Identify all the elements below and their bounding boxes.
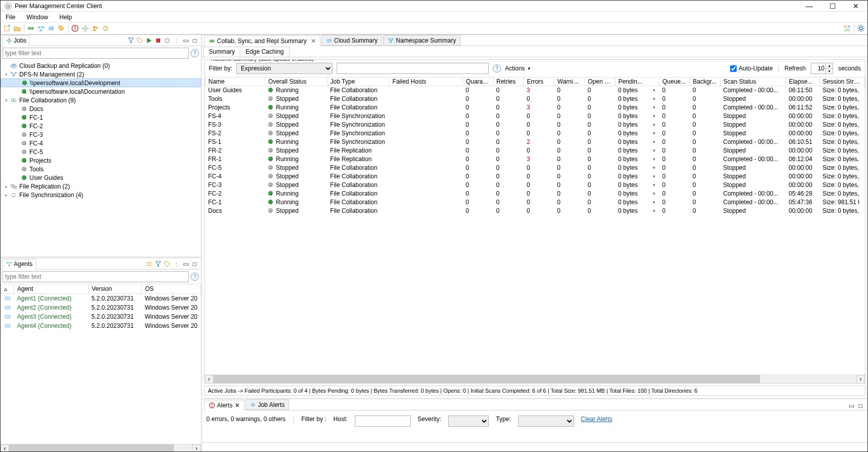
chevron-down-icon[interactable]: ▼: [652, 140, 656, 144]
view-menu-icon[interactable]: ⋮: [172, 36, 180, 45]
maximize-view-icon[interactable]: □: [856, 402, 864, 410]
jobs-tree[interactable]: Cloud Backup and Replication (0)▾DFS-N M…: [1, 60, 201, 256]
refresh-icon[interactable]: [163, 36, 171, 45]
tree-expander-icon[interactable]: ▸: [3, 193, 10, 198]
col-version[interactable]: Version: [88, 284, 141, 294]
grid-column-header[interactable]: Warnin...: [554, 78, 585, 86]
chevron-down-icon[interactable]: ▼: [652, 166, 656, 170]
tree-item[interactable]: FC-4: [1, 139, 201, 147]
stop-icon[interactable]: [154, 36, 162, 45]
jobs-filter-input[interactable]: [3, 48, 189, 59]
filter-icon[interactable]: [127, 36, 135, 45]
tree-item[interactable]: ▾File Collaboration (9): [1, 96, 201, 104]
cloud-icon[interactable]: [47, 24, 56, 33]
sort-indicator[interactable]: ▵: [1, 284, 14, 294]
tree-item[interactable]: FC-5: [1, 147, 201, 156]
tag-icon[interactable]: [136, 36, 144, 45]
tab-collab-summary[interactable]: Collab, Sync, and Repl Summary ✕: [204, 35, 320, 46]
tree-item[interactable]: ▸File Synchronization (4): [1, 191, 201, 199]
filter-expression-input[interactable]: [337, 63, 489, 74]
chevron-down-icon[interactable]: ▼: [652, 88, 656, 93]
spin-up-icon[interactable]: ▲: [825, 63, 833, 68]
tree-item[interactable]: ▸File Replication (2): [1, 182, 201, 191]
collab-icon[interactable]: [26, 24, 35, 33]
minimize-view-icon[interactable]: ▭: [847, 402, 855, 410]
play-icon[interactable]: [145, 36, 153, 45]
window-maximize[interactable]: ☐: [821, 1, 844, 12]
table-row[interactable]: FC-3 StoppedFile Collaboration000000 byt…: [205, 181, 865, 190]
grid-column-header[interactable]: Queue...: [659, 78, 690, 86]
tree-item[interactable]: Projects: [1, 156, 201, 165]
agents-h-scrollbar[interactable]: ‹ ›: [1, 444, 201, 452]
subtab-edge-caching[interactable]: Edge Caching: [240, 47, 289, 57]
tab-job-alerts[interactable]: Job Alerts: [245, 399, 290, 410]
chevron-down-icon[interactable]: ▼: [652, 148, 656, 153]
table-row[interactable]: Agent1 (Connected)5.2.0.20230731Windows …: [1, 294, 201, 304]
table-row[interactable]: FC-5 StoppedFile Collaboration000000 byt…: [205, 164, 865, 172]
chevron-down-icon[interactable]: ▼: [652, 209, 656, 213]
clear-alerts-link[interactable]: Clear Alerts: [581, 416, 612, 423]
help-icon[interactable]: ?: [191, 273, 199, 281]
table-row[interactable]: FR-1 RunningFile Replication003000 bytes…: [205, 155, 865, 164]
tab-alerts[interactable]: Alerts ✕: [204, 400, 244, 410]
menu-window[interactable]: Window: [24, 13, 50, 22]
host-input[interactable]: [355, 416, 411, 427]
jobs-tab[interactable]: Jobs: [3, 35, 30, 46]
tree-item[interactable]: \\peersoftware.local\Documentation: [1, 87, 201, 96]
tab-namespace-summary[interactable]: Namespace Summary: [383, 35, 461, 46]
users-icon[interactable]: [91, 24, 100, 33]
grid-column-header[interactable]: Session Stru...: [819, 78, 864, 86]
agents-table[interactable]: ▵ Agent Version OS Agent1 (Connected)5.2…: [1, 284, 201, 444]
scroll-left-icon[interactable]: ‹: [205, 375, 213, 384]
table-row[interactable]: FR-2 StoppedFile Replication000000 bytes…: [205, 146, 865, 155]
grid-column-header[interactable]: Open F...: [585, 78, 615, 86]
table-row[interactable]: User Guides RunningFile Collaboration003…: [205, 86, 865, 95]
window-close[interactable]: ✕: [844, 1, 867, 12]
chevron-down-icon[interactable]: ▼: [652, 200, 656, 205]
maximize-view-icon[interactable]: □: [191, 260, 199, 268]
type-select[interactable]: [518, 416, 574, 427]
gear-icon[interactable]: [81, 24, 90, 33]
tree-item[interactable]: FC-2: [1, 122, 201, 130]
minimize-view-icon[interactable]: ▭: [182, 260, 190, 268]
table-row[interactable]: FC-1 RunningFile Collaboration000000 byt…: [205, 198, 865, 207]
tag-icon[interactable]: [163, 260, 171, 268]
tree-item[interactable]: FC-1: [1, 113, 201, 122]
grid-column-header[interactable]: Scan Status: [720, 78, 785, 86]
table-row[interactable]: Agent2 (Connected)5.2.0.20230731Windows …: [1, 303, 201, 312]
tree-item[interactable]: Tools: [1, 165, 201, 173]
chevron-down-icon[interactable]: ▼: [652, 192, 656, 196]
view-menu-icon[interactable]: ⋮: [172, 260, 180, 268]
table-row[interactable]: FS-1 RunningFile Synchronization002000 b…: [205, 138, 865, 146]
grid-column-header[interactable]: Overall Status: [265, 78, 328, 86]
tree-expander-icon[interactable]: ▾: [3, 98, 10, 103]
minimize-view-icon[interactable]: ▭: [182, 36, 190, 45]
tab-cloud-summary[interactable]: Cloud Summary: [321, 35, 382, 46]
table-row[interactable]: Tools StoppedFile Collaboration000000 by…: [205, 95, 865, 103]
scroll-right-icon[interactable]: ›: [856, 375, 865, 384]
auto-update-checkbox[interactable]: Auto-Update: [730, 65, 773, 72]
table-row[interactable]: FS-4 StoppedFile Synchronization000000 b…: [205, 112, 865, 121]
tag-icon[interactable]: [57, 24, 66, 33]
chevron-down-icon[interactable]: ▼: [652, 123, 656, 127]
grid-column-header[interactable]: Pendin...: [615, 78, 659, 86]
grid-column-header[interactable]: Elapse...: [785, 78, 819, 86]
col-agent[interactable]: Agent: [14, 284, 89, 294]
actions-menu[interactable]: Actions ▼: [505, 65, 531, 72]
severity-select[interactable]: [448, 416, 489, 427]
close-tab-icon[interactable]: ✕: [311, 37, 316, 45]
chevron-down-icon[interactable]: ▼: [652, 157, 656, 162]
table-row[interactable]: FC-2 RunningFile Collaboration000000 byt…: [205, 190, 865, 198]
table-row[interactable]: Agent4 (Connected)5.2.0.20230731Windows …: [1, 321, 201, 330]
refresh-interval-spinner[interactable]: ▲▼: [811, 63, 833, 74]
open-icon[interactable]: [13, 24, 22, 33]
agents-tab[interactable]: Agents: [3, 259, 36, 270]
cards-icon[interactable]: [145, 260, 153, 268]
close-tab-icon[interactable]: ✕: [235, 402, 240, 409]
refresh-icon[interactable]: [101, 24, 110, 33]
window-minimize[interactable]: —: [798, 1, 821, 12]
table-row[interactable]: FS-2 StoppedFile Synchronization000000 b…: [205, 129, 865, 138]
scroll-right-icon[interactable]: ›: [192, 444, 201, 453]
table-row[interactable]: Docs StoppedFile Collaboration000000 byt…: [205, 207, 865, 215]
grid-h-scrollbar[interactable]: ‹ ›: [205, 374, 865, 383]
